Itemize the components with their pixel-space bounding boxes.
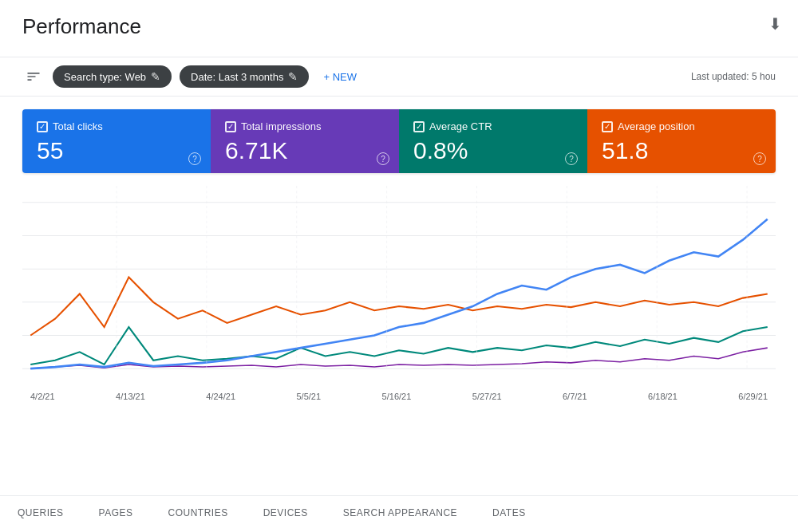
date-edit-icon: ✎ xyxy=(288,70,298,83)
search-type-chip[interactable]: Search type: Web ✎ xyxy=(53,65,172,88)
total-clicks-help-icon[interactable]: ? xyxy=(188,152,201,165)
total-impressions-label: Total impressions xyxy=(241,120,321,132)
x-label-2: 4/13/21 xyxy=(116,392,145,401)
x-label-8: 6/18/21 xyxy=(648,392,678,401)
x-label-7: 6/7/21 xyxy=(563,392,587,401)
x-label-3: 4/24/21 xyxy=(206,392,235,401)
tab-devices[interactable]: DEVICES xyxy=(246,496,326,532)
tab-queries[interactable]: QUERIES xyxy=(0,496,81,532)
metric-card-average-ctr[interactable]: ✓ Average CTR 0.8% ? xyxy=(399,109,587,173)
download-icon[interactable]: ⬇ xyxy=(768,14,782,33)
last-updated: Last updated: 5 hou xyxy=(691,71,776,82)
total-impressions-checkbox: ✓ xyxy=(225,121,236,132)
page-title: Performance xyxy=(22,14,776,39)
total-impressions-value: 6.71K xyxy=(225,137,385,164)
metric-card-total-impressions[interactable]: ✓ Total impressions 6.71K ? xyxy=(211,109,399,173)
header: Performance xyxy=(0,0,798,57)
average-ctr-label: Average CTR xyxy=(429,120,492,132)
x-label-1: 4/2/21 xyxy=(30,392,55,401)
x-label-9: 6/29/21 xyxy=(738,392,768,401)
performance-chart xyxy=(22,186,776,385)
filter-icon-button[interactable] xyxy=(22,65,45,88)
metric-card-average-position[interactable]: ✓ Average position 51.8 ? xyxy=(587,109,776,173)
x-label-5: 5/16/21 xyxy=(382,392,412,401)
total-clicks-checkbox: ✓ xyxy=(37,121,48,132)
average-ctr-checkbox: ✓ xyxy=(413,121,425,132)
new-button[interactable]: + NEW xyxy=(317,66,363,88)
average-position-label: Average position xyxy=(618,120,695,132)
average-position-help-icon[interactable]: ? xyxy=(753,152,766,165)
chart-area: 4/2/21 4/13/21 4/24/21 5/5/21 5/16/21 5/… xyxy=(22,186,776,409)
total-clicks-value: 55 xyxy=(37,137,196,164)
tab-pages[interactable]: PAGES xyxy=(81,496,151,532)
page-container: Performance ⬇ Search type: Web ✎ Date: L… xyxy=(0,0,798,532)
average-ctr-value: 0.8% xyxy=(413,137,573,164)
toolbar: Search type: Web ✎ Date: Last 3 months ✎… xyxy=(0,57,798,97)
x-axis: 4/2/21 4/13/21 4/24/21 5/5/21 5/16/21 5/… xyxy=(22,392,776,401)
search-type-edit-icon: ✎ xyxy=(151,70,160,83)
date-chip[interactable]: Date: Last 3 months ✎ xyxy=(180,65,309,88)
total-impressions-help-icon[interactable]: ? xyxy=(377,152,389,165)
metrics-row: ✓ Total clicks 55 ? ✓ Total impressions … xyxy=(22,109,776,173)
average-position-checkbox: ✓ xyxy=(602,121,613,132)
metric-card-total-clicks[interactable]: ✓ Total clicks 55 ? xyxy=(22,109,211,173)
tab-search-appearance[interactable]: SEARCH APPEARANCE xyxy=(326,496,475,532)
tab-dates[interactable]: DATES xyxy=(475,496,543,532)
bottom-tabs: QUERIES PAGES COUNTRIES DEVICES SEARCH A… xyxy=(0,495,798,532)
average-position-value: 51.8 xyxy=(602,137,761,164)
x-label-4: 5/5/21 xyxy=(297,392,322,401)
content-wrapper: Performance ⬇ Search type: Web ✎ Date: L… xyxy=(0,0,798,532)
average-ctr-help-icon[interactable]: ? xyxy=(565,152,578,165)
total-clicks-label: Total clicks xyxy=(53,120,103,132)
tab-countries[interactable]: COUNTRIES xyxy=(150,496,245,532)
x-label-6: 5/27/21 xyxy=(472,392,502,401)
